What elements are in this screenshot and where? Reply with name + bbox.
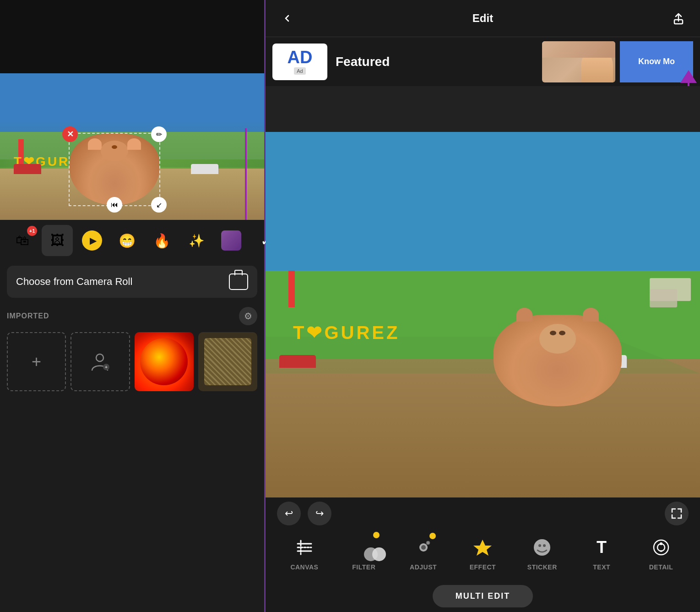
right-red-flag bbox=[288, 271, 295, 307]
ad-featured-title: Featured bbox=[336, 55, 390, 69]
ad-logo-text: AD bbox=[288, 49, 313, 66]
gear-button[interactable]: ⚙ bbox=[239, 307, 257, 325]
ad-badge-label: Ad bbox=[294, 67, 305, 75]
right-landscape-bg: T❤GUREZ bbox=[266, 132, 700, 497]
undo-icon: ↩ bbox=[285, 508, 293, 519]
undo-redo-controls: ↩ ↪ bbox=[277, 502, 331, 525]
svg-point-12 bbox=[534, 539, 550, 556]
grid-item-fire-sphere[interactable] bbox=[135, 332, 194, 391]
svg-point-19 bbox=[660, 550, 662, 552]
svg-point-16 bbox=[654, 540, 668, 555]
sticker-badge: +1 bbox=[27, 226, 37, 236]
toolbar-item-emoji[interactable]: 😁 bbox=[111, 225, 142, 256]
emoji-icon: 😁 bbox=[119, 233, 136, 249]
right-landscape-text: T❤GUREZ bbox=[293, 322, 400, 343]
toolbar-item-play[interactable]: ▶ bbox=[76, 225, 108, 256]
toolbar-item-image[interactable]: 🖼 bbox=[42, 225, 73, 256]
fire-icon: 🔥 bbox=[153, 233, 170, 249]
text-label: TEXT bbox=[593, 563, 610, 571]
canvas-label: CANVAS bbox=[290, 563, 318, 571]
grid-item-person[interactable]: + bbox=[71, 332, 130, 391]
grid-item-basket[interactable] bbox=[198, 332, 257, 391]
svg-point-18 bbox=[660, 542, 662, 545]
imported-section: IMPORTED ⚙ + + bbox=[0, 302, 264, 612]
play-icon: ▶ bbox=[90, 235, 97, 246]
undo-redo-bar: ↩ ↪ bbox=[266, 497, 700, 530]
tool-text[interactable]: T TEXT bbox=[583, 534, 620, 571]
filter-label: FILTER bbox=[352, 563, 375, 571]
redo-icon: ↪ bbox=[315, 508, 324, 519]
imported-label: IMPORTED bbox=[7, 312, 49, 320]
tool-filter[interactable]: FILTER bbox=[346, 534, 382, 571]
image-icon: 🖼 bbox=[50, 233, 64, 248]
sticker-resize-handle[interactable]: ↙ bbox=[151, 197, 167, 213]
fullscreen-icon bbox=[671, 508, 683, 519]
gear-icon: ⚙ bbox=[244, 311, 252, 322]
effect-icon bbox=[472, 537, 493, 557]
car-right bbox=[191, 164, 218, 174]
play-icon-circle: ▶ bbox=[82, 230, 102, 251]
imported-grid: + + bbox=[7, 332, 257, 391]
ad-text-area: Featured bbox=[332, 55, 537, 69]
tool-sticker[interactable]: STICKER bbox=[524, 534, 560, 571]
back-icon bbox=[282, 13, 293, 24]
sticker-add-icon: 🛍 bbox=[16, 233, 29, 248]
sticker-center-handle[interactable]: ⏮ bbox=[107, 197, 122, 213]
adjust-icon-wrap bbox=[410, 534, 437, 561]
glitter-icon bbox=[221, 230, 241, 251]
effect-label: EFFECT bbox=[470, 563, 496, 571]
right-cat-sticker bbox=[494, 315, 622, 406]
tool-canvas[interactable]: CANVAS bbox=[286, 534, 323, 571]
svg-text:T: T bbox=[597, 538, 607, 557]
camera-roll-button[interactable]: Choose from Camera Roll bbox=[7, 266, 257, 298]
adjust-icon bbox=[413, 537, 434, 557]
canvas-icon-wrap bbox=[291, 534, 318, 561]
adjust-label: ADJUST bbox=[410, 563, 437, 571]
right-building2 bbox=[650, 289, 677, 307]
tool-detail[interactable]: DETAIL bbox=[643, 534, 679, 571]
sticker-label: STICKER bbox=[527, 563, 557, 571]
tools-bar: CANVAS FILTER bbox=[266, 530, 700, 580]
right-bottom: ↩ ↪ bbox=[266, 497, 700, 612]
undo-button[interactable]: ↩ bbox=[277, 502, 301, 525]
svg-marker-11 bbox=[473, 540, 492, 556]
fireworks-icon: ✨ bbox=[189, 233, 205, 248]
toolbar-item-sticker-add[interactable]: 🛍 +1 bbox=[7, 225, 38, 256]
redo-button[interactable]: ↪ bbox=[308, 502, 331, 525]
canvas-icon bbox=[294, 537, 315, 558]
toolbar-item-glitter[interactable] bbox=[216, 225, 247, 256]
cat-body bbox=[70, 134, 159, 205]
arrow-shaft-right bbox=[688, 83, 689, 86]
filter-dot bbox=[373, 532, 380, 538]
tool-effect[interactable]: EFFECT bbox=[464, 534, 501, 571]
ad-cta-text: Know Mo bbox=[638, 57, 675, 66]
toolbar-item-fireworks[interactable]: ✨ bbox=[181, 225, 212, 256]
grid-item-add-new[interactable]: + bbox=[7, 332, 66, 391]
text-icon: T bbox=[591, 537, 612, 557]
camera-roll-icon bbox=[229, 273, 248, 290]
fullscreen-button[interactable] bbox=[665, 502, 689, 525]
toolbar-item-tinder[interactable]: 🔥 bbox=[146, 225, 177, 256]
back-button[interactable] bbox=[277, 8, 297, 28]
share-button[interactable] bbox=[668, 8, 689, 28]
ad-thumbnail bbox=[542, 41, 615, 82]
effect-icon-wrap bbox=[469, 534, 496, 561]
sticker-edit-button[interactable]: ✏ bbox=[151, 126, 167, 142]
left-image-area: T❤GUREZ ✕ ✏ ⏮ ↙ bbox=[0, 73, 264, 220]
share-icon bbox=[672, 12, 685, 25]
tool-adjust[interactable]: ADJUST bbox=[405, 534, 442, 571]
multi-edit-button[interactable]: MULTI EDIT bbox=[433, 585, 533, 607]
purple-arrow-indicator bbox=[237, 128, 255, 220]
sticker-close-button[interactable]: ✕ bbox=[62, 126, 78, 142]
multi-edit-label: MULTI EDIT bbox=[456, 591, 510, 601]
cat-sticker-container[interactable]: ✕ ✏ ⏮ ↙ bbox=[69, 133, 160, 206]
right-car-left bbox=[279, 355, 316, 368]
imported-header: IMPORTED ⚙ bbox=[7, 307, 257, 325]
right-cat-body bbox=[494, 315, 622, 406]
adjust-dot bbox=[429, 533, 436, 539]
spacer-area bbox=[266, 86, 700, 132]
svg-point-9 bbox=[421, 545, 426, 550]
text-icon-wrap: T bbox=[588, 534, 615, 561]
car-left bbox=[14, 164, 41, 174]
ad-cta-button[interactable]: Know Mo bbox=[620, 41, 693, 82]
